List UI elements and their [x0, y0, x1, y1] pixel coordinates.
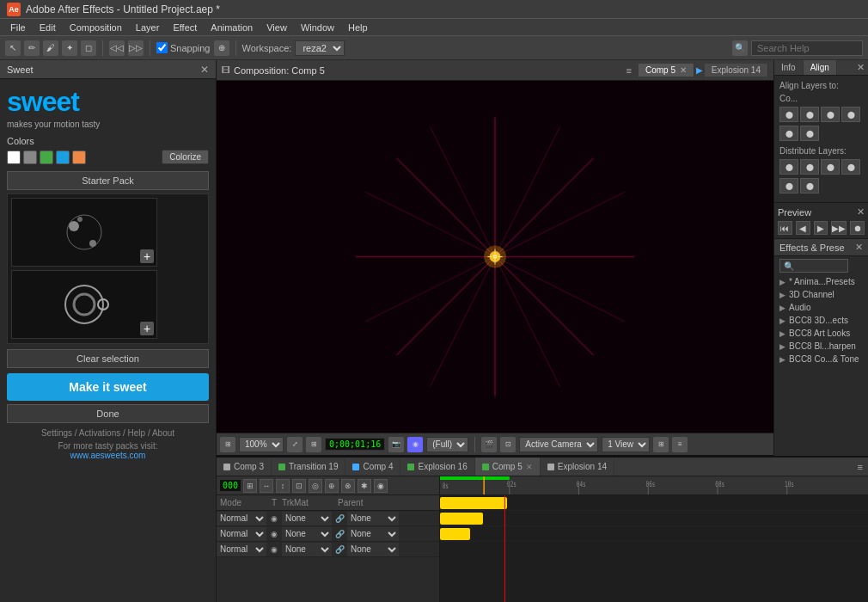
- align-left-edges[interactable]: ⬤: [779, 107, 798, 122]
- tl-btn-7[interactable]: ⊗: [341, 479, 355, 493]
- effect-item-1[interactable]: ▶ 3D Channel: [774, 288, 868, 301]
- tl-btn-4[interactable]: ⊡: [292, 479, 306, 493]
- dist-v[interactable]: ⬤: [779, 178, 798, 194]
- align-bottom-edges[interactable]: ⬤: [800, 126, 819, 141]
- preview-play[interactable]: ▶: [814, 221, 828, 235]
- menu-edit[interactable]: Edit: [33, 22, 63, 33]
- comp-panel-menu[interactable]: ≡: [627, 65, 632, 76]
- color-swatch-orange[interactable]: [72, 150, 86, 164]
- playhead[interactable]: [504, 495, 505, 602]
- quality-select[interactable]: (Full): [426, 437, 468, 452]
- effect-item-5[interactable]: ▶ BCC8 Bl...harpen: [774, 340, 868, 353]
- colorize-button[interactable]: Colorize: [162, 150, 209, 164]
- effects-close[interactable]: ✕: [855, 242, 863, 253]
- tl-btn-1[interactable]: ⊞: [243, 479, 257, 493]
- views-select[interactable]: 1 View: [602, 437, 650, 452]
- timeline-tab-explosion14[interactable]: Explosion 14: [541, 458, 614, 476]
- timeline-menu[interactable]: ≡: [853, 460, 868, 474]
- timeline-tab-comp3[interactable]: Comp 3: [217, 458, 272, 476]
- comp-tab-explosion14[interactable]: Explosion 14: [705, 64, 768, 77]
- timeline-tab-comp5[interactable]: Comp 5 ✕: [475, 458, 541, 476]
- tool-pen[interactable]: ✏: [24, 40, 40, 56]
- timeline-tab-comp4[interactable]: Comp 4: [345, 458, 400, 476]
- timecode-display[interactable]: 0;00;01;16: [325, 438, 385, 451]
- workspace-select[interactable]: reza2: [295, 40, 345, 56]
- layer-mode-select-2[interactable]: Normal: [217, 543, 266, 556]
- tool-play-end[interactable]: ▷▷: [128, 40, 144, 56]
- align-right-edges[interactable]: ⬤: [821, 107, 840, 122]
- snapping-icon[interactable]: ⊕: [214, 40, 229, 56]
- preview-close[interactable]: ✕: [857, 206, 865, 218]
- dist-h[interactable]: ⬤: [800, 159, 819, 175]
- menu-layer[interactable]: Layer: [129, 22, 167, 33]
- align-top-edges[interactable]: ⬤: [841, 107, 860, 122]
- effect-item-2[interactable]: ▶ Audio: [774, 301, 868, 314]
- preview-next[interactable]: ▶▶: [831, 221, 847, 235]
- snapping-checkbox[interactable]: [156, 42, 168, 53]
- tl-btn-9[interactable]: ◉: [374, 479, 388, 493]
- menu-view[interactable]: View: [260, 22, 294, 33]
- info-panel-menu[interactable]: ✕: [853, 60, 868, 75]
- preview-prev[interactable]: ◀: [796, 221, 810, 235]
- dist-right[interactable]: ⬤: [821, 159, 840, 175]
- comp-region-icon[interactable]: ⊞: [220, 437, 235, 452]
- track-bar-1-0[interactable]: [440, 513, 483, 525]
- track-bar-2-0[interactable]: [440, 528, 470, 540]
- tool-arrow[interactable]: ↖: [5, 40, 21, 56]
- color-swatch-green[interactable]: [40, 150, 53, 164]
- tl-btn-3[interactable]: ↕: [276, 479, 290, 493]
- comp-fit-icon[interactable]: ⤢: [287, 437, 303, 452]
- zoom-select[interactable]: 100%: [239, 437, 284, 452]
- tool-brush[interactable]: 🖌: [43, 40, 58, 56]
- preset-add-btn-2[interactable]: +: [140, 322, 154, 335]
- color-swatch-gray[interactable]: [23, 150, 37, 164]
- comp-overlay-icon[interactable]: ⊡: [500, 437, 516, 452]
- sweet-panel-close[interactable]: ✕: [200, 64, 209, 76]
- align-v-center[interactable]: ⬤: [779, 126, 798, 141]
- track-bar-0-0[interactable]: [440, 497, 507, 509]
- layer-parent-2[interactable]: None: [347, 543, 399, 556]
- menu-file[interactable]: File: [3, 22, 33, 33]
- comp-color-icon[interactable]: ◉: [407, 437, 423, 452]
- clear-selection-button[interactable]: Clear selection: [7, 349, 209, 368]
- menu-effect[interactable]: Effect: [166, 22, 204, 33]
- menu-animation[interactable]: Animation: [204, 22, 260, 33]
- info-tab-align[interactable]: Align: [804, 60, 837, 75]
- menu-window[interactable]: Window: [294, 22, 341, 33]
- layer-parent-0[interactable]: None: [347, 512, 399, 525]
- tl-btn-6[interactable]: ⊕: [325, 479, 339, 493]
- dist-left[interactable]: ⬤: [779, 159, 798, 175]
- done-button[interactable]: Done: [7, 404, 209, 423]
- layer-solo-2[interactable]: ◉: [268, 544, 280, 556]
- align-h-center[interactable]: ⬤: [800, 107, 819, 122]
- preset-add-btn-1[interactable]: +: [140, 249, 154, 263]
- snapping-toggle[interactable]: Snapping: [156, 42, 211, 53]
- layer-link-1[interactable]: 🔗: [333, 528, 345, 540]
- comp-camera-icon[interactable]: 📷: [388, 437, 404, 452]
- comp-tab-close-comp5[interactable]: ✕: [680, 65, 687, 75]
- tl-btn-8[interactable]: ✱: [358, 479, 371, 493]
- comp-grid2-icon[interactable]: ⊞: [653, 437, 669, 452]
- tool-stamp[interactable]: ✦: [62, 40, 77, 56]
- comp-grid-icon[interactable]: ⊞: [306, 437, 321, 452]
- layer-trkmat-0[interactable]: None: [282, 512, 332, 525]
- layer-link-0[interactable]: 🔗: [333, 513, 345, 525]
- aesweets-link[interactable]: www.aesweets.com: [70, 451, 146, 460]
- dist-bottom[interactable]: ⬤: [800, 178, 819, 194]
- effect-item-4[interactable]: ▶ BCC8 Art Looks: [774, 327, 868, 340]
- comp-render-icon[interactable]: 🎬: [481, 437, 497, 452]
- search-input[interactable]: [751, 40, 863, 56]
- make-it-sweet-button[interactable]: Make it sweet: [7, 373, 209, 401]
- effects-search-input[interactable]: [779, 259, 848, 273]
- layer-link-2[interactable]: 🔗: [333, 544, 345, 556]
- menu-composition[interactable]: Composition: [63, 22, 129, 33]
- tl-btn-5[interactable]: ◎: [309, 479, 322, 493]
- effect-item-6[interactable]: ▶ BCC8 Co...& Tone: [774, 353, 868, 366]
- layer-solo-1[interactable]: ◉: [268, 528, 280, 540]
- preset-item-1[interactable]: +: [11, 198, 157, 267]
- comp-tab-comp5[interactable]: Comp 5 ✕: [639, 64, 694, 77]
- tool-play-start[interactable]: ◁◁: [109, 40, 125, 56]
- layer-mode-select-1[interactable]: Normal: [217, 527, 266, 541]
- layer-trkmat-2[interactable]: None: [282, 543, 332, 556]
- timeline-tab-close-comp5[interactable]: ✕: [526, 463, 533, 471]
